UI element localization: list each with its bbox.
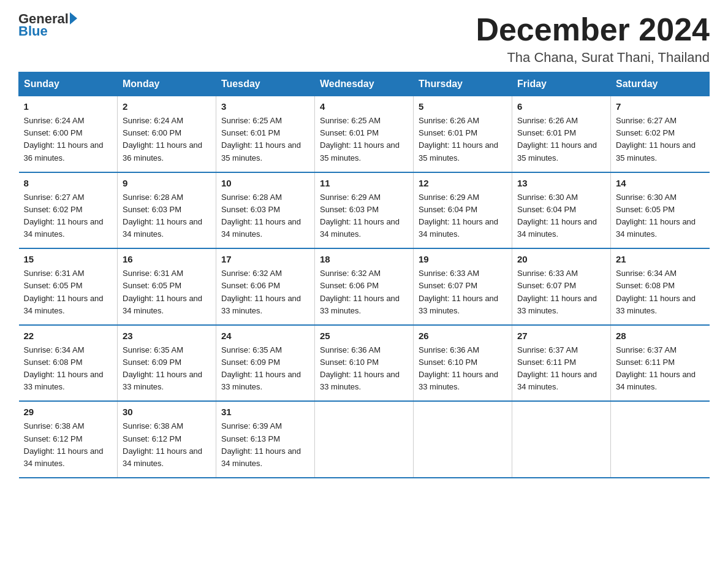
calendar-cell: 3Sunrise: 6:25 AM Sunset: 6:01 PM Daylig…	[216, 96, 315, 172]
calendar-cell: 8Sunrise: 6:27 AM Sunset: 6:02 PM Daylig…	[19, 172, 118, 249]
day-number: 31	[221, 407, 309, 417]
calendar-cell: 18Sunrise: 6:32 AM Sunset: 6:06 PM Dayli…	[315, 248, 414, 325]
day-info: Sunrise: 6:34 AM Sunset: 6:08 PM Dayligh…	[616, 267, 705, 317]
location-title: Tha Chana, Surat Thani, Thailand	[476, 50, 710, 66]
day-number: 19	[419, 254, 507, 264]
day-info: Sunrise: 6:24 AM Sunset: 6:00 PM Dayligh…	[123, 115, 211, 164]
calendar-week-row: 29Sunrise: 6:38 AM Sunset: 6:12 PM Dayli…	[19, 401, 710, 478]
day-number: 6	[517, 101, 605, 112]
calendar-header-row: SundayMondayTuesdayWednesdayThursdayFrid…	[19, 72, 710, 96]
day-info: Sunrise: 6:35 AM Sunset: 6:09 PM Dayligh…	[123, 344, 211, 394]
day-info: Sunrise: 6:30 AM Sunset: 6:04 PM Dayligh…	[517, 191, 605, 241]
day-info: Sunrise: 6:33 AM Sunset: 6:07 PM Dayligh…	[517, 267, 605, 317]
calendar-week-row: 22Sunrise: 6:34 AM Sunset: 6:08 PM Dayli…	[19, 325, 710, 402]
calendar-cell: 25Sunrise: 6:36 AM Sunset: 6:10 PM Dayli…	[315, 325, 414, 402]
day-info: Sunrise: 6:33 AM Sunset: 6:07 PM Dayligh…	[419, 267, 507, 317]
calendar-cell	[315, 401, 414, 478]
calendar-cell	[611, 401, 710, 478]
calendar-cell: 6Sunrise: 6:26 AM Sunset: 6:01 PM Daylig…	[512, 96, 611, 172]
logo-text-blue: Blue	[18, 23, 77, 39]
month-title: December 2024	[476, 12, 710, 47]
calendar-cell: 20Sunrise: 6:33 AM Sunset: 6:07 PM Dayli…	[512, 248, 611, 325]
day-number: 17	[221, 254, 309, 264]
calendar-cell: 2Sunrise: 6:24 AM Sunset: 6:00 PM Daylig…	[118, 96, 216, 172]
calendar-cell: 4Sunrise: 6:25 AM Sunset: 6:01 PM Daylig…	[315, 96, 414, 172]
day-number: 22	[24, 331, 113, 341]
day-number: 18	[320, 254, 408, 264]
day-of-week-header: Wednesday	[315, 72, 414, 96]
calendar-cell: 29Sunrise: 6:38 AM Sunset: 6:12 PM Dayli…	[19, 401, 118, 478]
day-info: Sunrise: 6:29 AM Sunset: 6:03 PM Dayligh…	[320, 191, 408, 241]
day-info: Sunrise: 6:38 AM Sunset: 6:12 PM Dayligh…	[24, 420, 113, 470]
calendar-cell: 21Sunrise: 6:34 AM Sunset: 6:08 PM Dayli…	[611, 248, 710, 325]
logo-triangle-icon	[70, 12, 77, 25]
day-number: 4	[320, 101, 408, 112]
calendar-cell: 22Sunrise: 6:34 AM Sunset: 6:08 PM Dayli…	[19, 325, 118, 402]
day-number: 14	[616, 178, 705, 188]
day-number: 26	[419, 331, 507, 341]
calendar-cell: 9Sunrise: 6:28 AM Sunset: 6:03 PM Daylig…	[118, 172, 216, 249]
day-info: Sunrise: 6:29 AM Sunset: 6:04 PM Dayligh…	[419, 191, 507, 241]
day-info: Sunrise: 6:28 AM Sunset: 6:03 PM Dayligh…	[221, 191, 309, 241]
day-of-week-header: Saturday	[611, 72, 710, 96]
day-number: 11	[320, 178, 408, 188]
day-info: Sunrise: 6:26 AM Sunset: 6:01 PM Dayligh…	[517, 115, 605, 164]
day-number: 10	[221, 178, 309, 188]
calendar-cell: 27Sunrise: 6:37 AM Sunset: 6:11 PM Dayli…	[512, 325, 611, 402]
day-number: 30	[123, 407, 211, 417]
day-info: Sunrise: 6:30 AM Sunset: 6:05 PM Dayligh…	[616, 191, 705, 241]
day-of-week-header: Sunday	[19, 72, 118, 96]
day-info: Sunrise: 6:27 AM Sunset: 6:02 PM Dayligh…	[24, 191, 113, 241]
day-info: Sunrise: 6:37 AM Sunset: 6:11 PM Dayligh…	[616, 344, 705, 394]
day-info: Sunrise: 6:36 AM Sunset: 6:10 PM Dayligh…	[419, 344, 507, 394]
calendar-cell: 14Sunrise: 6:30 AM Sunset: 6:05 PM Dayli…	[611, 172, 710, 249]
day-number: 9	[123, 178, 211, 188]
day-of-week-header: Friday	[512, 72, 611, 96]
calendar-cell: 28Sunrise: 6:37 AM Sunset: 6:11 PM Dayli…	[611, 325, 710, 402]
calendar-week-row: 1Sunrise: 6:24 AM Sunset: 6:00 PM Daylig…	[19, 96, 710, 172]
calendar-cell: 5Sunrise: 6:26 AM Sunset: 6:01 PM Daylig…	[414, 96, 512, 172]
day-info: Sunrise: 6:25 AM Sunset: 6:01 PM Dayligh…	[320, 115, 408, 164]
day-info: Sunrise: 6:38 AM Sunset: 6:12 PM Dayligh…	[123, 420, 211, 470]
day-info: Sunrise: 6:31 AM Sunset: 6:05 PM Dayligh…	[123, 267, 211, 317]
calendar-cell: 12Sunrise: 6:29 AM Sunset: 6:04 PM Dayli…	[414, 172, 512, 249]
day-info: Sunrise: 6:32 AM Sunset: 6:06 PM Dayligh…	[221, 267, 309, 317]
day-info: Sunrise: 6:34 AM Sunset: 6:08 PM Dayligh…	[24, 344, 113, 394]
day-info: Sunrise: 6:36 AM Sunset: 6:10 PM Dayligh…	[320, 344, 408, 394]
calendar-cell: 26Sunrise: 6:36 AM Sunset: 6:10 PM Dayli…	[414, 325, 512, 402]
page-header: General Blue December 2024 Tha Chana, Su…	[18, 12, 710, 66]
day-info: Sunrise: 6:25 AM Sunset: 6:01 PM Dayligh…	[221, 115, 309, 164]
day-info: Sunrise: 6:31 AM Sunset: 6:05 PM Dayligh…	[24, 267, 113, 317]
day-info: Sunrise: 6:32 AM Sunset: 6:06 PM Dayligh…	[320, 267, 408, 317]
day-number: 1	[24, 101, 113, 112]
day-number: 20	[517, 254, 605, 264]
calendar-cell: 16Sunrise: 6:31 AM Sunset: 6:05 PM Dayli…	[118, 248, 216, 325]
day-number: 5	[419, 101, 507, 112]
day-of-week-header: Tuesday	[216, 72, 315, 96]
day-number: 24	[221, 331, 309, 341]
calendar-cell: 11Sunrise: 6:29 AM Sunset: 6:03 PM Dayli…	[315, 172, 414, 249]
day-number: 13	[517, 178, 605, 188]
day-number: 16	[123, 254, 211, 264]
calendar-cell: 1Sunrise: 6:24 AM Sunset: 6:00 PM Daylig…	[19, 96, 118, 172]
day-number: 2	[123, 101, 211, 112]
calendar-cell: 30Sunrise: 6:38 AM Sunset: 6:12 PM Dayli…	[118, 401, 216, 478]
calendar-cell	[512, 401, 611, 478]
day-info: Sunrise: 6:24 AM Sunset: 6:00 PM Dayligh…	[24, 115, 113, 164]
day-of-week-header: Monday	[118, 72, 216, 96]
day-number: 25	[320, 331, 408, 341]
day-info: Sunrise: 6:39 AM Sunset: 6:13 PM Dayligh…	[221, 420, 309, 470]
day-number: 3	[221, 101, 309, 112]
day-number: 15	[24, 254, 113, 264]
day-number: 28	[616, 331, 705, 341]
calendar-cell: 19Sunrise: 6:33 AM Sunset: 6:07 PM Dayli…	[414, 248, 512, 325]
calendar-cell	[414, 401, 512, 478]
day-number: 27	[517, 331, 605, 341]
title-section: December 2024 Tha Chana, Surat Thani, Th…	[476, 12, 710, 66]
day-number: 8	[24, 178, 113, 188]
calendar-cell: 23Sunrise: 6:35 AM Sunset: 6:09 PM Dayli…	[118, 325, 216, 402]
day-info: Sunrise: 6:35 AM Sunset: 6:09 PM Dayligh…	[221, 344, 309, 394]
calendar-table: SundayMondayTuesdayWednesdayThursdayFrid…	[18, 72, 710, 478]
calendar-cell: 13Sunrise: 6:30 AM Sunset: 6:04 PM Dayli…	[512, 172, 611, 249]
calendar-week-row: 15Sunrise: 6:31 AM Sunset: 6:05 PM Dayli…	[19, 248, 710, 325]
